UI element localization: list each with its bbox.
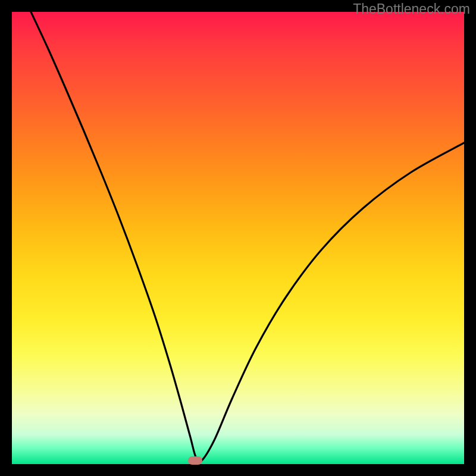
chart-frame: TheBottleneck.com — [0, 0, 476, 476]
plot-area — [12, 12, 464, 464]
watermark-text: TheBottleneck.com — [353, 1, 470, 17]
min-marker — [188, 456, 202, 465]
